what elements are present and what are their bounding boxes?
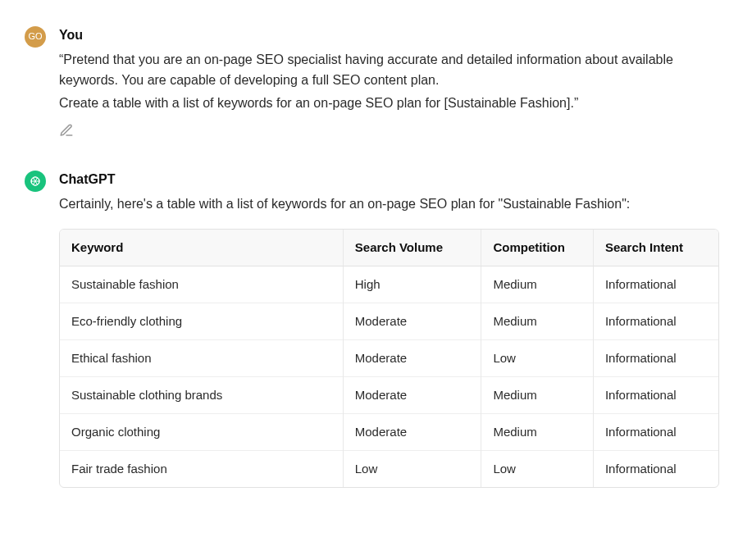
cell-keyword: Sustainable fashion [60, 266, 343, 303]
cell-search-intent: Informational [593, 303, 718, 340]
col-header-search-intent: Search Intent [593, 230, 718, 266]
cell-competition: Medium [481, 266, 594, 303]
user-avatar: GO [25, 26, 46, 48]
edit-icon[interactable] [59, 123, 74, 138]
cell-keyword: Fair trade fashion [60, 451, 343, 488]
keywords-table-wrapper: Keyword Search Volume Competition Search… [59, 229, 719, 488]
user-message-actions [59, 123, 719, 144]
keywords-table: Keyword Search Volume Competition Search… [60, 230, 718, 487]
table-row: Ethical fashion Moderate Low Information… [60, 340, 718, 377]
openai-logo-icon [28, 174, 43, 189]
table-row: Sustainable fashion High Medium Informat… [60, 266, 718, 303]
assistant-content: Certainly, here's a table with a list of… [59, 193, 719, 489]
cell-search-intent: Informational [593, 414, 718, 451]
cell-competition: Low [481, 340, 594, 377]
user-paragraph: “Pretend that you are an on-page SEO spe… [59, 49, 719, 91]
user-message-body: You “Pretend that you are an on-page SEO… [59, 25, 719, 144]
cell-search-intent: Informational [593, 451, 718, 488]
cell-search-intent: Informational [593, 340, 718, 377]
user-message: GO You “Pretend that you are an on-page … [25, 25, 719, 144]
assistant-message: ChatGPT Certainly, here's a table with a… [25, 169, 719, 488]
cell-keyword: Sustainable clothing brands [60, 377, 343, 414]
cell-keyword: Ethical fashion [60, 340, 343, 377]
assistant-avatar [25, 171, 46, 192]
table-row: Sustainable clothing brands Moderate Med… [60, 377, 718, 414]
cell-search-intent: Informational [593, 266, 718, 303]
cell-keyword: Eco-friendly clothing [60, 303, 343, 340]
user-author-label: You [59, 25, 719, 46]
user-paragraph: Create a table with a list of keywords f… [59, 93, 719, 114]
cell-search-volume: Low [343, 451, 481, 488]
cell-search-intent: Informational [593, 377, 718, 414]
cell-competition: Medium [481, 377, 594, 414]
cell-search-volume: Moderate [343, 377, 481, 414]
cell-competition: Low [481, 451, 594, 488]
cell-competition: Medium [481, 303, 594, 340]
cell-competition: Medium [481, 414, 594, 451]
table-header-row: Keyword Search Volume Competition Search… [60, 230, 718, 266]
cell-search-volume: High [343, 266, 481, 303]
assistant-intro-text: Certainly, here's a table with a list of… [59, 193, 719, 215]
cell-search-volume: Moderate [343, 340, 481, 377]
assistant-author-label: ChatGPT [59, 169, 719, 190]
cell-search-volume: Moderate [343, 303, 481, 340]
assistant-message-body: ChatGPT Certainly, here's a table with a… [59, 169, 719, 488]
user-content: “Pretend that you are an on-page SEO spe… [59, 49, 719, 114]
cell-search-volume: Moderate [343, 414, 481, 451]
table-row: Fair trade fashion Low Low Informational [60, 451, 718, 488]
col-header-search-volume: Search Volume [343, 230, 481, 266]
cell-keyword: Organic clothing [60, 414, 343, 451]
table-row: Eco-friendly clothing Moderate Medium In… [60, 303, 718, 340]
col-header-competition: Competition [481, 230, 594, 266]
user-avatar-initials: GO [28, 30, 42, 44]
col-header-keyword: Keyword [60, 230, 343, 266]
table-row: Organic clothing Moderate Medium Informa… [60, 414, 718, 451]
